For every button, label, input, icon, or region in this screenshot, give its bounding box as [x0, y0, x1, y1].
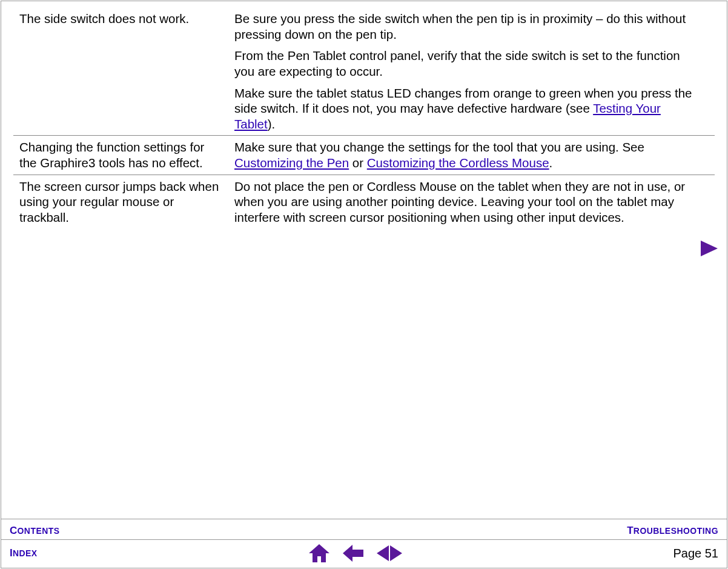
solution-paragraph: From the Pen Tablet control panel, verif… — [234, 48, 693, 79]
solution-cell: Do not place the pen or Cordless Mouse o… — [228, 175, 715, 228]
index-link[interactable]: INDEX — [10, 547, 38, 559]
arrow-left-icon — [343, 545, 363, 562]
table-row: The screen cursor jumps back when using … — [13, 175, 715, 228]
footer-row-bottom: INDEX — [1, 540, 727, 568]
content-area: The side switch does not work. Be sure y… — [1, 1, 727, 519]
solution-paragraph: Be sure you press the side switch when t… — [234, 11, 693, 42]
svg-marker-2 — [343, 545, 363, 562]
customizing-the-pen-link[interactable]: Customizing the Pen — [234, 156, 349, 170]
troubleshooting-label-rest: ROUBLESHOOTING — [634, 526, 718, 536]
nav-icon-group — [309, 544, 402, 562]
index-label-rest: NDEX — [13, 548, 38, 558]
prev-next-button-group — [377, 545, 402, 561]
table-row: Changing the function settings for the G… — [13, 136, 715, 175]
troubleshooting-table: The side switch does not work. Be sure y… — [13, 7, 715, 229]
triangle-right-icon — [701, 241, 718, 256]
solution-text: ). — [268, 117, 276, 131]
problem-cell: Changing the function settings for the G… — [13, 136, 228, 175]
home-icon — [309, 544, 329, 562]
contents-label-rest: ONTENTS — [17, 526, 59, 536]
solution-paragraph: Make sure the tablet status LED changes … — [234, 85, 693, 132]
solution-text: Make sure that you change the settings f… — [234, 140, 644, 154]
contents-link[interactable]: CONTENTS — [10, 525, 60, 537]
troubleshooting-link[interactable]: TROUBLESHOOTING — [627, 525, 718, 537]
svg-marker-4 — [390, 545, 402, 561]
solution-text: . — [549, 156, 553, 170]
home-button[interactable] — [309, 544, 329, 562]
problem-cell: The screen cursor jumps back when using … — [13, 175, 228, 228]
next-page-button[interactable] — [390, 545, 402, 561]
svg-marker-3 — [377, 545, 389, 561]
continue-arrow-button[interactable] — [701, 241, 718, 256]
solution-cell: Be sure you press the side switch when t… — [228, 7, 715, 136]
solution-paragraph: Do not place the pen or Cordless Mouse o… — [234, 179, 693, 225]
page-frame: The side switch does not work. Be sure y… — [1, 1, 727, 568]
page-footer: CONTENTS TROUBLESHOOTING INDEX — [1, 519, 727, 568]
problem-cell: The side switch does not work. — [13, 7, 228, 136]
svg-marker-0 — [701, 241, 718, 256]
troubleshooting-label-first: T — [627, 525, 634, 536]
prev-page-button[interactable] — [377, 545, 389, 561]
footer-row-top: CONTENTS TROUBLESHOOTING — [1, 519, 727, 540]
table-row: The side switch does not work. Be sure y… — [13, 7, 715, 136]
page-number: Page 51 — [673, 547, 718, 561]
customizing-the-cordless-mouse-link[interactable]: Customizing the Cordless Mouse — [367, 156, 549, 170]
triangle-left-icon — [377, 545, 389, 561]
contents-label-first: C — [10, 525, 17, 536]
solution-text: or — [349, 156, 367, 170]
back-button[interactable] — [343, 545, 363, 562]
triangle-right-icon — [390, 545, 402, 561]
svg-marker-1 — [309, 544, 329, 562]
solution-paragraph: Make sure that you change the settings f… — [234, 139, 693, 170]
solution-cell: Make sure that you change the settings f… — [228, 136, 715, 175]
